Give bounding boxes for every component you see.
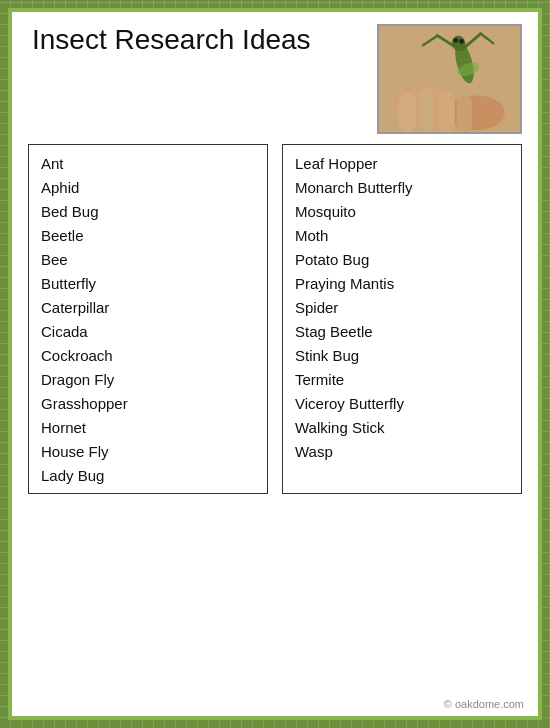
- list-item: Aphid: [41, 175, 255, 199]
- list-item: Lady Bug: [41, 463, 255, 487]
- list-item: Cicada: [41, 319, 255, 343]
- svg-point-10: [459, 39, 464, 44]
- list-item: Monarch Butterfly: [295, 175, 509, 199]
- left-insect-list: AntAphidBed BugBeetleBeeButterflyCaterpi…: [41, 151, 255, 487]
- list-item: Ant: [41, 151, 255, 175]
- list-item: Leaf Hopper: [295, 151, 509, 175]
- list-item: Wasp: [295, 439, 509, 463]
- list-item: Stag Beetle: [295, 319, 509, 343]
- outer-border: Insect Research Ideas: [0, 0, 550, 728]
- list-item: Moth: [295, 223, 509, 247]
- svg-rect-4: [418, 89, 435, 132]
- inner-border: Insect Research Ideas: [8, 8, 542, 720]
- list-item: Stink Bug: [295, 343, 509, 367]
- list-item: Spider: [295, 295, 509, 319]
- praying-mantis-image: [377, 24, 522, 134]
- list-item: Beetle: [41, 223, 255, 247]
- header-row: Insect Research Ideas: [28, 24, 522, 134]
- list-item: Bed Bug: [41, 199, 255, 223]
- list-item: House Fly: [41, 439, 255, 463]
- title-area: Insect Research Ideas: [28, 24, 367, 66]
- lists-container: AntAphidBed BugBeetleBeeButterflyCaterpi…: [28, 144, 522, 494]
- right-list-box: Leaf HopperMonarch ButterflyMosquitoMoth…: [282, 144, 522, 494]
- left-list-box: AntAphidBed BugBeetleBeeButterflyCaterpi…: [28, 144, 268, 494]
- svg-rect-6: [457, 95, 472, 132]
- list-item: Walking Stick: [295, 415, 509, 439]
- list-item: Butterfly: [41, 271, 255, 295]
- list-item: Hornet: [41, 415, 255, 439]
- list-item: Dragon Fly: [41, 367, 255, 391]
- list-item: Caterpillar: [41, 295, 255, 319]
- list-item: Cockroach: [41, 343, 255, 367]
- svg-rect-5: [437, 92, 454, 132]
- right-insect-list: Leaf HopperMonarch ButterflyMosquitoMoth…: [295, 151, 509, 463]
- list-item: Mosquito: [295, 199, 509, 223]
- list-item: Termite: [295, 367, 509, 391]
- footer-credit: © oakdome.com: [444, 698, 524, 710]
- page-title: Insect Research Ideas: [28, 24, 367, 56]
- svg-point-2: [447, 95, 505, 130]
- list-item: Bee: [41, 247, 255, 271]
- list-item: Viceroy Butterfly: [295, 391, 509, 415]
- list-item: Grasshopper: [41, 391, 255, 415]
- list-item: Potato Bug: [295, 247, 509, 271]
- svg-rect-3: [399, 93, 416, 132]
- svg-point-9: [453, 38, 458, 43]
- list-item: Praying Mantis: [295, 271, 509, 295]
